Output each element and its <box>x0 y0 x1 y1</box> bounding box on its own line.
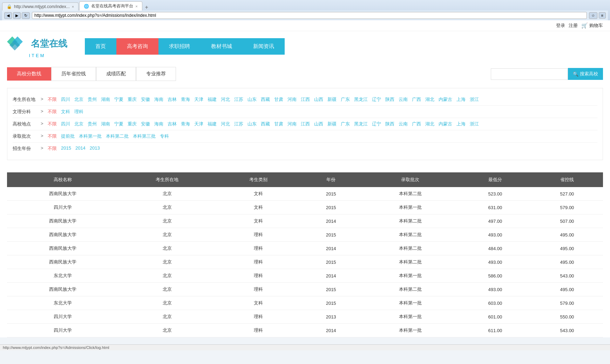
tab-province-line[interactable]: 历年省控线 <box>51 67 96 81</box>
filter-opt-location-8[interactable]: 海南 <box>154 96 163 103</box>
filter-opt-sl-11[interactable]: 天津 <box>194 121 203 127</box>
filter-opt-location-10[interactable]: 青海 <box>181 96 190 103</box>
nav-item-gaokao[interactable]: 高考咨询 <box>116 38 158 55</box>
filter-opt-location-18[interactable]: 河南 <box>287 96 297 103</box>
filter-opt-location-26[interactable]: 云南 <box>399 96 408 103</box>
filter-opt-location-6[interactable]: 重庆 <box>128 96 137 103</box>
filter-opt-location-30[interactable]: 上海 <box>456 96 466 103</box>
filter-opt-location-7[interactable]: 安徽 <box>141 96 150 103</box>
filter-opt-location-19[interactable]: 江西 <box>301 96 310 103</box>
table-row[interactable]: 西南民族大学北京理科2015本科第二批493.00495.00 <box>7 255 603 269</box>
cart-button[interactable]: 🛒 购物车 <box>581 22 603 29</box>
search-button[interactable]: 🔍 搜索高校 <box>568 68 603 80</box>
filter-opt-location-16[interactable]: 西藏 <box>261 96 270 103</box>
filter-opt-sl-7[interactable]: 安徽 <box>141 121 150 127</box>
filter-opt-year-3[interactable]: 2013 <box>90 145 100 152</box>
nav-item-news[interactable]: 新闻资讯 <box>243 38 285 55</box>
browser-tab-inactive[interactable]: 🔒 http://www.mtjypt.com/index... × <box>2 2 79 11</box>
filter-opt-sl-5[interactable]: 宁夏 <box>114 121 123 127</box>
filter-opt-sl-13[interactable]: 河北 <box>221 121 230 127</box>
filter-opt-sl-26[interactable]: 云南 <box>399 121 408 127</box>
filter-opt-subject-1[interactable]: 文科 <box>61 109 70 115</box>
filter-opt-location-12[interactable]: 福建 <box>208 96 217 103</box>
filter-opt-location-0[interactable]: 不限 <box>48 96 57 103</box>
filter-opt-sl-9[interactable]: 吉林 <box>168 121 177 127</box>
filter-opt-batch-0[interactable]: 不限 <box>48 133 57 139</box>
tab-close-active[interactable]: × <box>135 4 137 8</box>
filter-opt-sl-6[interactable]: 重庆 <box>128 121 137 127</box>
nav-forward-button[interactable]: ▶ <box>13 12 21 19</box>
filter-opt-sl-30[interactable]: 上海 <box>456 121 466 127</box>
filter-opt-location-14[interactable]: 江苏 <box>234 96 243 103</box>
filter-opt-sl-27[interactable]: 广西 <box>412 121 421 127</box>
tab-close-inactive[interactable]: × <box>72 5 74 9</box>
nav-refresh-button[interactable]: ↻ <box>22 12 30 19</box>
filter-opt-sl-8[interactable]: 海南 <box>154 121 163 127</box>
filter-opt-location-5[interactable]: 宁夏 <box>114 96 123 103</box>
filter-opt-sl-21[interactable]: 新疆 <box>327 121 337 127</box>
filter-opt-sl-0[interactable]: 不限 <box>48 121 57 127</box>
search-input[interactable] <box>491 68 568 80</box>
filter-opt-location-29[interactable]: 内蒙古 <box>439 96 452 103</box>
nav-item-home[interactable]: 首页 <box>85 38 116 55</box>
register-link[interactable]: 注册 <box>569 22 578 29</box>
filter-opt-sl-4[interactable]: 湖南 <box>101 121 110 127</box>
filter-opt-location-2[interactable]: 北京 <box>74 96 83 103</box>
filter-opt-sl-14[interactable]: 江苏 <box>234 121 243 127</box>
filter-opt-batch-5[interactable]: 专科 <box>160 133 169 139</box>
filter-opt-location-24[interactable]: 辽宁 <box>372 96 381 103</box>
filter-opt-sl-16[interactable]: 西藏 <box>261 121 270 127</box>
login-link[interactable]: 登录 <box>556 22 565 29</box>
filter-opt-batch-4[interactable]: 本科第三批 <box>133 133 156 139</box>
filter-opt-location-27[interactable]: 广西 <box>412 96 421 103</box>
address-bar[interactable] <box>32 12 587 19</box>
filter-opt-sl-10[interactable]: 青海 <box>181 121 190 127</box>
filter-opt-location-20[interactable]: 山西 <box>314 96 323 103</box>
table-row[interactable]: 四川大学北京理科2014本科第一批611.00543.00 <box>7 324 603 337</box>
filter-opt-batch-2[interactable]: 本科第一批 <box>79 133 102 139</box>
filter-opt-sl-25[interactable]: 陕西 <box>385 121 394 127</box>
filter-opt-sl-15[interactable]: 山东 <box>248 121 257 127</box>
filter-opt-sl-29[interactable]: 内蒙古 <box>439 121 452 127</box>
browser-tab-active[interactable]: 🌐 名堂在线高考咨询平台 × <box>79 1 142 11</box>
filter-opt-sl-17[interactable]: 甘肃 <box>274 121 283 127</box>
table-row[interactable]: 西南民族大学北京理科2015本科第二批493.00495.00 <box>7 228 603 242</box>
filter-opt-location-23[interactable]: 黑龙江 <box>354 96 368 103</box>
filter-opt-sl-2[interactable]: 北京 <box>74 121 83 127</box>
table-row[interactable]: 西南民族大学北京理科2015本科第二批493.00495.00 <box>7 283 603 296</box>
filter-opt-location-4[interactable]: 湖南 <box>101 96 110 103</box>
filter-opt-subject-2[interactable]: 理科 <box>74 109 83 115</box>
filter-opt-location-22[interactable]: 广东 <box>341 96 350 103</box>
nav-item-jobs[interactable]: 求职招聘 <box>158 38 201 55</box>
filter-opt-sl-12[interactable]: 福建 <box>208 121 217 127</box>
filter-opt-location-13[interactable]: 河北 <box>221 96 230 103</box>
filter-opt-location-25[interactable]: 陕西 <box>385 96 394 103</box>
table-row[interactable]: 东北大学北京文科2015本科第一批603.00579.00 <box>7 296 603 310</box>
filter-opt-location-21[interactable]: 新疆 <box>327 96 337 103</box>
nav-item-books[interactable]: 教材书城 <box>201 38 243 55</box>
filter-opt-subject-0[interactable]: 不限 <box>48 109 57 115</box>
table-row[interactable]: 四川大学北京文科2015本科第一批631.00579.00 <box>7 201 603 214</box>
tab-score-line[interactable]: 高校分数线 <box>7 67 51 81</box>
filter-opt-location-1[interactable]: 四川 <box>61 96 70 103</box>
filter-opt-sl-19[interactable]: 江西 <box>301 121 310 127</box>
filter-opt-location-3[interactable]: 贵州 <box>88 96 97 103</box>
table-row[interactable]: 西南民族大学北京文科2014本科第二批497.00507.00 <box>7 214 603 228</box>
filter-opt-location-11[interactable]: 天津 <box>194 96 203 103</box>
filter-opt-year-0[interactable]: 不限 <box>48 145 57 152</box>
filter-opt-sl-20[interactable]: 山西 <box>314 121 323 127</box>
tab-score-match[interactable]: 成绩匹配 <box>96 67 136 81</box>
filter-opt-location-17[interactable]: 甘肃 <box>274 96 283 103</box>
filter-opt-year-1[interactable]: 2015 <box>61 145 71 152</box>
filter-opt-sl-23[interactable]: 黑龙江 <box>354 121 368 127</box>
filter-opt-sl-1[interactable]: 四川 <box>61 121 70 127</box>
filter-opt-year-2[interactable]: 2014 <box>75 145 86 152</box>
tab-major-recommend[interactable]: 专业推荐 <box>136 67 176 81</box>
filter-opt-sl-28[interactable]: 湖北 <box>425 121 434 127</box>
table-row[interactable]: 西南民族大学北京理科2014本科第二批484.00495.00 <box>7 242 603 255</box>
filter-opt-sl-31[interactable]: 浙江 <box>470 121 479 127</box>
filter-opt-location-31[interactable]: 浙江 <box>470 96 479 103</box>
filter-opt-batch-1[interactable]: 提前批 <box>61 133 75 139</box>
filter-opt-location-28[interactable]: 湖北 <box>425 96 434 103</box>
filter-opt-batch-3[interactable]: 本科第二批 <box>106 133 129 139</box>
